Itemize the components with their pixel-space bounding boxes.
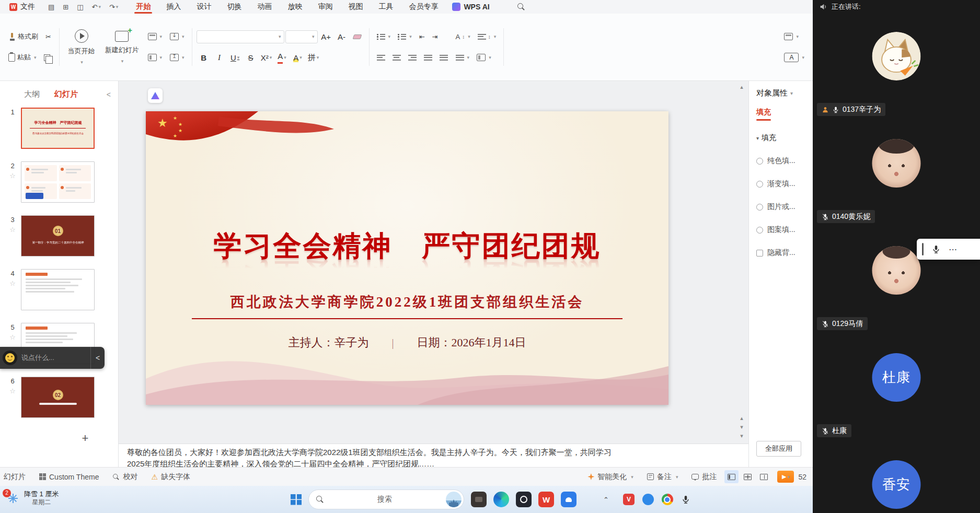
taskbar-search[interactable]: 搜索 <box>308 489 464 509</box>
font-color-button[interactable]: A <box>275 51 290 64</box>
text-direction-button[interactable]: A↕ <box>453 31 474 43</box>
weather-widget[interactable]: 2 降雪 1 厘米 星期二 <box>7 490 59 506</box>
slide-layout-button[interactable] <box>145 31 166 42</box>
tray-icon-1[interactable]: V <box>623 494 635 505</box>
radio-icon[interactable] <box>756 158 763 165</box>
custom-theme-button[interactable]: Custom Theme <box>32 473 106 481</box>
columns-button[interactable] <box>474 52 494 63</box>
mic-volume-popup[interactable]: ⋯ <box>917 239 980 260</box>
proofing-button[interactable]: 校对 <box>106 472 144 482</box>
bold-button[interactable]: B <box>197 51 211 64</box>
bullet-list-button[interactable] <box>374 32 394 42</box>
slide-thumbnail-3[interactable]: 01 第一部分：学习党的二十届四中全会精神 <box>21 215 95 256</box>
favorite-star-icon[interactable]: ☆ <box>9 279 16 287</box>
normal-view-button[interactable] <box>724 470 739 483</box>
distribute-button[interactable] <box>436 53 451 63</box>
underline-button[interactable]: U <box>228 51 243 64</box>
tab-transition[interactable]: 切换 <box>219 0 249 14</box>
radio-icon[interactable] <box>756 204 763 211</box>
slide-canvas[interactable]: ★ ★ ★ ★ ★ 学习全会精神 严守团纪团规 西北政法大学商学院2022级1班… <box>119 81 748 444</box>
tray-icon-2[interactable] <box>642 494 654 505</box>
numbered-list-button[interactable] <box>395 32 415 42</box>
favorite-star-icon[interactable]: ☆ <box>9 226 16 234</box>
tab-insert[interactable]: 插入 <box>158 0 189 14</box>
chat-input[interactable]: 说点什么... <box>21 353 86 363</box>
slide-section-button[interactable] <box>145 52 166 63</box>
undo-button[interactable]: ↶ <box>88 3 105 11</box>
tray-icon-3[interactable] <box>662 494 673 505</box>
tab-home[interactable]: 开始 <box>128 0 158 14</box>
video-tile[interactable]: 0140黄乐妮 <box>813 121 980 228</box>
fill-option-picture[interactable]: 图片或... <box>756 202 813 212</box>
next-slide-button[interactable]: ▾ <box>740 423 743 432</box>
radio-icon[interactable] <box>756 227 763 234</box>
paste-button[interactable]: 粘贴 <box>5 51 40 64</box>
fill-option-pattern[interactable]: 图案填... <box>756 225 813 235</box>
paragraph-spacing-button[interactable] <box>453 53 473 63</box>
line-spacing-button[interactable]: ↕ <box>475 32 500 42</box>
fill-option-hide-background[interactable]: 隐藏背... <box>756 248 813 258</box>
cut-button[interactable]: ✂ <box>42 31 54 43</box>
fill-section-header[interactable]: ▾ 填充 <box>756 133 813 143</box>
taskbar-app-dark[interactable] <box>516 492 532 507</box>
video-tile[interactable]: 杜康 杜康 <box>813 335 980 442</box>
smart-beautify-button[interactable]: 智能美化 <box>581 472 640 482</box>
checkbox-icon[interactable] <box>756 250 763 256</box>
comments-button[interactable]: 批注 <box>685 472 723 482</box>
tab-review[interactable]: 审阅 <box>310 0 340 14</box>
tab-animation[interactable]: 动画 <box>249 0 280 14</box>
scroll-down-button[interactable]: ▾ <box>740 432 743 440</box>
align-left-button[interactable] <box>374 53 388 63</box>
menubar-search-button[interactable] <box>514 3 528 10</box>
video-tile[interactable]: 0137辛子为 <box>813 14 980 121</box>
collapse-panel-button[interactable]: < <box>107 90 111 99</box>
reading-view-button[interactable] <box>757 470 771 483</box>
print-button[interactable]: ⊞ <box>59 3 72 11</box>
video-tile[interactable]: 香安 <box>813 442 980 513</box>
windows-start-button[interactable] <box>291 494 302 505</box>
chat-input-overlay[interactable]: 说点什么... < <box>0 347 105 369</box>
favorite-star-icon[interactable]: ☆ <box>9 387 16 395</box>
slide-thumbnail-2[interactable] <box>21 161 95 203</box>
taskbar-app-cloud[interactable] <box>561 492 577 507</box>
strikethrough-button[interactable]: S <box>244 51 258 64</box>
decrease-font-size-button[interactable]: A- <box>335 30 349 43</box>
tab-slideshow[interactable]: 放映 <box>280 0 310 14</box>
slide-thumbnail-6[interactable]: 02 <box>21 377 95 418</box>
justify-button[interactable] <box>421 53 435 63</box>
find-replace-button[interactable] <box>781 31 802 42</box>
clear-format-button[interactable] <box>350 30 365 43</box>
tab-view[interactable]: 视图 <box>340 0 371 14</box>
chat-collapse-button[interactable]: < <box>90 347 105 369</box>
slide-thumbnail-1[interactable]: 学习全会精神 严守团纪团规 西北政法大学商学院2022级1班团支部组织生活会 <box>21 108 95 149</box>
align-center-button[interactable] <box>389 53 404 63</box>
emoji-button[interactable] <box>3 351 17 365</box>
slide-subtitle[interactable]: 西北政法大学商学院2022级1班团支部组织生活会 <box>146 293 668 311</box>
object-properties-header[interactable]: 对象属性 ▾ <box>756 88 813 98</box>
export-slides-button[interactable] <box>167 52 188 63</box>
vertical-scrollbar[interactable]: ▴ ▴ ▾ ▾ <box>737 83 746 440</box>
wps-ai-button[interactable]: WPS AI <box>452 3 489 11</box>
fill-option-gradient[interactable]: 渐变填... <box>756 179 813 189</box>
start-from-current-slide-button[interactable]: 当页开始 <box>64 27 99 67</box>
speaker-notes[interactable]: 尊敬的各位团员，大家好！欢迎参加西北政法大学商学院2022级1班团支部组织生活会… <box>119 444 748 467</box>
font-name-select[interactable] <box>197 30 284 43</box>
tab-membership[interactable]: 会员专享 <box>401 0 446 14</box>
tab-tools[interactable]: 工具 <box>371 0 401 14</box>
tray-microphone-button[interactable] <box>681 495 690 504</box>
redo-button[interactable]: ↷ <box>106 3 122 11</box>
wps-assistant-button[interactable] <box>148 88 163 103</box>
outline-tab[interactable]: 大纲 <box>24 89 40 99</box>
pinyin-guide-button[interactable]: 拼 <box>306 51 321 64</box>
file-menu-button[interactable]: W 文件 <box>3 0 41 14</box>
slide-sorter-view-button[interactable] <box>741 470 755 483</box>
previous-slide-button[interactable]: ▴ <box>740 414 743 423</box>
taskbar-app-edge[interactable] <box>493 492 509 507</box>
slide-title[interactable]: 学习全会精神 严守团纪团规 <box>146 227 668 265</box>
taskbar-app-wps[interactable]: W <box>538 492 554 507</box>
notes-toggle-button[interactable]: 备注 <box>640 472 685 482</box>
format-painter-button[interactable]: 格式刷 <box>5 30 41 43</box>
copy-button[interactable] <box>41 52 55 63</box>
save-button[interactable]: ▤ <box>44 3 58 11</box>
fill-option-solid[interactable]: 纯色填... <box>756 156 813 166</box>
